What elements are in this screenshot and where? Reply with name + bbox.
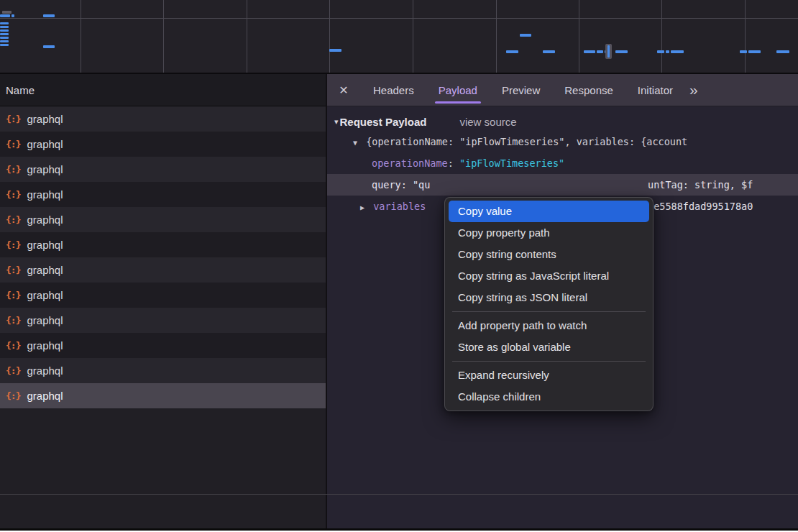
name-column-header[interactable]: Name [0, 74, 326, 106]
collapsed-triangle-icon[interactable]: ▶ [360, 197, 367, 219]
request-name: graphql [27, 390, 63, 402]
request-row[interactable]: {:}graphql [0, 333, 326, 358]
menu-item-copy-string-as-json-literal[interactable]: Copy string as JSON literal [449, 287, 649, 308]
gridline-horizontal [0, 18, 798, 19]
menu-item-collapse-children[interactable]: Collapse children [449, 386, 649, 408]
request-timing-bar [666, 50, 669, 53]
json-file-icon: {:} [6, 239, 20, 250]
menu-item-expand-recursively[interactable]: Expand recursively [449, 364, 649, 386]
tab-response[interactable]: Response [552, 74, 625, 106]
request-row[interactable]: {:}graphql [0, 308, 326, 333]
expanded-triangle-icon[interactable]: ▼ [353, 132, 360, 154]
menu-item-store-as-global-variable[interactable]: Store as global variable [449, 336, 649, 358]
request-row[interactable]: {:}graphql [0, 157, 326, 182]
menu-item-copy-string-contents[interactable]: Copy string contents [449, 244, 649, 265]
property-key: query [372, 179, 401, 191]
request-name: graphql [27, 138, 63, 150]
menu-item-copy-value[interactable]: Copy value [449, 201, 649, 222]
request-timing-bar [520, 34, 531, 37]
json-file-icon: {:} [6, 265, 20, 275]
request-timing-bar [671, 50, 684, 53]
requests-list: {:}graphql{:}graphql{:}graphql{:}graphql… [0, 106, 326, 408]
request-row[interactable]: {:}graphql [0, 182, 326, 207]
more-tabs-icon[interactable]: » [689, 81, 698, 98]
property-value-left: "qu [413, 179, 430, 191]
json-file-icon: {:} [6, 164, 20, 175]
tree-row-operationname[interactable]: operationName: "ipFlowTimeseries" [327, 152, 798, 174]
json-file-icon: {:} [6, 139, 20, 150]
property-value: "ipFlowTimeseries" [459, 157, 564, 169]
section-collapse-icon[interactable]: ▾ [334, 117, 339, 127]
request-name: graphql [27, 163, 63, 175]
request-timing-bar [0, 26, 9, 28]
request-name: graphql [27, 239, 63, 251]
request-name: graphql [27, 264, 63, 276]
json-file-icon: {:} [6, 365, 20, 376]
tree-row-root[interactable]: ▼ {operationName: "ipFlowTimeseries", va… [327, 131, 798, 152]
menu-item-copy-property-path[interactable]: Copy property path [449, 222, 649, 244]
request-row[interactable]: {:}graphql [0, 257, 326, 283]
request-timing-bar [0, 33, 9, 35]
request-timing-bar [43, 14, 55, 17]
request-timing-bar [0, 37, 9, 39]
json-file-icon: {:} [6, 114, 20, 124]
gridline [81, 0, 81, 73]
request-row[interactable]: {:}graphql [0, 106, 326, 132]
request-timing-bar [597, 50, 603, 53]
property-key: operationName [372, 157, 448, 169]
request-name: graphql [27, 188, 63, 201]
json-file-icon: {:} [6, 189, 20, 200]
colon: : [448, 157, 454, 169]
request-timing-bar [0, 22, 9, 24]
section-title: Request Payload [340, 116, 427, 128]
request-row[interactable]: {:}graphql [0, 383, 326, 408]
network-overview-timeline[interactable] [0, 0, 798, 74]
gridline [661, 0, 662, 73]
gridline [329, 0, 330, 73]
request-timing-bar [506, 50, 518, 53]
tabs-container: HeadersPayloadPreviewResponseInitiator [361, 74, 685, 106]
request-name: graphql [27, 289, 63, 301]
request-row[interactable]: {:}graphql [0, 132, 326, 157]
property-key: variables [373, 201, 426, 212]
request-timing-bar [584, 50, 595, 53]
tab-preview[interactable]: Preview [490, 74, 552, 106]
network-main-split: Name {:}graphql{:}graphql{:}graphql{:}gr… [0, 74, 798, 528]
request-timing-bar [43, 45, 55, 48]
property-value-right: untTag: string, $f [648, 174, 753, 196]
menu-item-copy-string-as-javascript-literal[interactable]: Copy string as JavaScript literal [449, 265, 649, 287]
name-column-label: Name [6, 84, 35, 96]
menu-item-add-property-path-to-watch[interactable]: Add property path to watch [449, 315, 649, 336]
request-timing-bar [776, 50, 789, 53]
gridline [163, 0, 164, 73]
tab-initiator[interactable]: Initiator [625, 74, 685, 106]
request-row[interactable]: {:}graphql [0, 232, 326, 257]
request-name: graphql [27, 364, 63, 377]
request-timing-bar [2, 11, 12, 14]
tab-payload[interactable]: Payload [426, 74, 490, 106]
tab-headers[interactable]: Headers [361, 74, 426, 106]
request-timing-bar [657, 50, 664, 53]
root-preview-text: {operationName: "ipFlowTimeseries", vari… [366, 136, 687, 147]
request-timing-bar [12, 14, 14, 17]
request-timing-bar [748, 50, 761, 53]
request-name: graphql [27, 314, 63, 326]
request-row[interactable]: {:}graphql [0, 358, 326, 383]
json-file-icon: {:} [6, 214, 20, 225]
menu-separator [452, 311, 646, 312]
request-timing-bar [0, 14, 10, 17]
request-timing-bar [543, 50, 555, 53]
menu-separator [452, 361, 646, 362]
gridline [496, 0, 497, 73]
close-icon[interactable]: ✕ [336, 83, 351, 97]
view-source-link[interactable]: view source [459, 116, 516, 128]
colon: : [401, 179, 407, 191]
request-timing-bar [615, 50, 628, 53]
json-file-icon: {:} [6, 390, 20, 401]
requests-panel: Name {:}graphql{:}graphql{:}graphql{:}gr… [0, 74, 327, 528]
context-menu: Copy valueCopy property pathCopy string … [444, 197, 653, 411]
request-timing-bar [607, 45, 610, 58]
request-row[interactable]: {:}graphql [0, 207, 326, 232]
request-row[interactable]: {:}graphql [0, 283, 326, 308]
tree-row-query[interactable]: query: "qu untTag: string, $f [327, 174, 798, 196]
